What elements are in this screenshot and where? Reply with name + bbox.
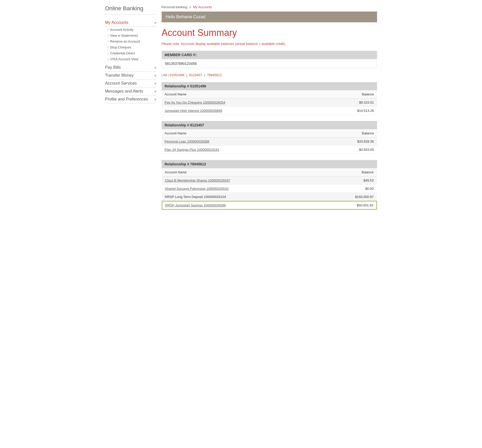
col-balance-78945612: Balance <box>322 168 377 176</box>
sidebar-pay-bills-chevron: » <box>154 65 156 69</box>
sidebar-item-rename-account[interactable]: • Rename an Account <box>105 38 156 44</box>
account-name-cell: Jumpstart High Interest 100000026666 <box>162 107 322 115</box>
breadcrumb-personal-banking: Personal banking <box>162 5 187 9</box>
col-account-name-78945612: Account Name <box>162 168 322 176</box>
accounts-table-78945612: Account Name Balance Class B Membership … <box>162 168 377 210</box>
filter-all-text: | All | <box>162 73 170 77</box>
account-name-cell: Pay As You Go Chequing 100000026054 <box>162 98 322 107</box>
table-row: Personal Loan 100000026088 $20,628.30 <box>162 137 377 146</box>
sidebar-item-visa-account-view[interactable]: • VISA Account View <box>105 56 156 62</box>
breadcrumb-separator: » <box>189 5 191 9</box>
breadcrumb-my-accounts-link[interactable]: My Accounts <box>193 5 212 9</box>
filter-sep-1: | <box>186 73 188 77</box>
account-name-cell: RRSP Long Term Deposit 100000026104 <box>162 193 322 201</box>
sidebar-my-accounts-label: My Accounts <box>105 20 129 25</box>
account-name-cell: Personal Loan 100000026088 <box>162 137 318 146</box>
highlighted-table-row: RRSP Jumpstart Savings 100000026096 $50,… <box>162 201 377 210</box>
sidebar-messages-alerts-label: Messages and Alerts <box>105 89 143 94</box>
table-row: Pay As You Go Chequing 100000026054 $9,3… <box>162 98 377 107</box>
sidebar-profile-preferences-label: Profile and Preferences <box>105 97 148 102</box>
sidebar-item-credential-direct[interactable]: • Credential Direct <box>105 50 156 56</box>
bullet-icon: • <box>108 52 109 55</box>
table-row: Class B Membership Shares 100000026047 $… <box>162 176 377 185</box>
filter-8123457[interactable]: 8123457 <box>189 73 202 77</box>
account-name-cell: Class B Membership Shares 100000026047 <box>162 176 322 185</box>
visa-account-view-link[interactable]: VISA Account View <box>110 57 138 61</box>
sidebar-item-stop-cheques[interactable]: • Stop Cheques <box>105 44 156 50</box>
account-link[interactable]: Class B Membership Shares 100000026047 <box>165 178 230 182</box>
table-row: Shared Success Patronage 100000026542 $0… <box>162 185 377 193</box>
account-name-cell: RRSP Jumpstart Savings 100000026096 <box>162 201 322 210</box>
sidebar-transfer-money-label: Transfer Money <box>105 73 134 78</box>
sidebar-messages-alerts[interactable]: Messages and Alerts » <box>105 87 156 95</box>
filter-51051499[interactable]: 51051499 <box>170 73 184 77</box>
col-balance-51051499: Balance <box>322 90 377 98</box>
sidebar-my-accounts-header[interactable]: My Accounts » <box>105 19 156 27</box>
account-link[interactable]: Personal Loan 100000026088 <box>165 140 209 143</box>
table-row: RRSP Long Term Deposit 100000026104 $160… <box>162 193 377 201</box>
sidebar-title: Online Banking <box>105 5 156 15</box>
view-estatements-link[interactable]: View e-Statements <box>110 34 138 37</box>
highlighted-account-link[interactable]: RRSP Jumpstart Savings 100000026096 <box>165 203 226 207</box>
accounts-table-8123457: Account Name Balance Personal Loan 10000… <box>162 129 377 154</box>
sidebar-my-accounts-chevron: » <box>154 21 156 25</box>
sidebar: Online Banking My Accounts » • Account A… <box>105 5 162 216</box>
sidebar-transfer-money-chevron: » <box>154 73 156 77</box>
hello-bar: Hello Bethanie Cozad <box>162 12 377 22</box>
rename-account-link[interactable]: Rename an Account <box>110 39 140 43</box>
col-account-name-8123457: Account Name <box>162 129 318 137</box>
bullet-icon: • <box>108 34 109 37</box>
account-note: Please note: Accounts display available … <box>162 42 377 46</box>
account-link[interactable]: Pay As You Go Chequing 100000026054 <box>165 101 225 104</box>
account-name-cell: Plan 24 Savings Plus 100000010241 <box>162 146 318 154</box>
breadcrumb: Personal banking » My Accounts <box>162 5 377 9</box>
sidebar-profile-preferences-chevron: » <box>154 97 156 101</box>
account-link[interactable]: Jumpstart High Interest 100000026666 <box>165 109 222 113</box>
bullet-icon: • <box>108 28 109 31</box>
col-balance-8123457: Balance <box>318 129 377 137</box>
page-title: Account Summary <box>162 27 377 38</box>
account-link[interactable]: Shared Success Patronage 100000026542 <box>165 187 229 191</box>
relationship-51051499-header: Relationship # 51051499 <box>162 82 377 90</box>
sidebar-pay-bills[interactable]: Pay Bills » <box>105 64 156 72</box>
sidebar-profile-preferences[interactable]: Profile and Preferences » <box>105 95 156 103</box>
balance-cell: $9,315.51 <box>322 98 377 107</box>
sidebar-my-accounts-subitems: • Account Activity • View e-Statements •… <box>105 27 156 62</box>
col-account-name-51051499: Account Name <box>162 90 322 98</box>
member-card-section: MEMBER CARD ®: 5813537890123456 <box>162 51 377 68</box>
sidebar-transfer-money[interactable]: Transfer Money » <box>105 72 156 79</box>
member-card-header: MEMBER CARD ®: <box>162 51 377 59</box>
balance-cell: $50,001.92 <box>322 201 377 210</box>
filter-78945612[interactable]: 78945612 <box>207 73 222 77</box>
sidebar-account-services-label: Account Services <box>105 81 137 86</box>
filter-sep-2: | <box>204 73 206 77</box>
sidebar-messages-alerts-chevron: » <box>154 89 156 93</box>
sidebar-section-my-accounts: My Accounts » • Account Activity • View … <box>105 19 156 62</box>
hello-bar-text: Hello Bethanie Cozad <box>166 15 205 19</box>
relationship-8123457: Relationship # 8123457 Account Name Bala… <box>162 121 377 154</box>
relationship-78945612: Relationship # 78945612 Account Name Bal… <box>162 160 377 210</box>
bullet-icon: • <box>108 58 109 61</box>
credential-direct-link[interactable]: Credential Direct <box>110 51 135 55</box>
table-row: Plan 24 Savings Plus 100000010241 $4,503… <box>162 146 377 154</box>
member-card-value: 5813537890123456 <box>162 59 377 68</box>
balance-cell: $49.53 <box>322 176 377 185</box>
account-activity-link[interactable]: Account Activity <box>110 28 133 32</box>
account-link[interactable]: Plan 24 Savings Plus 100000010241 <box>165 148 219 152</box>
relationship-8123457-header: Relationship # 8123457 <box>162 121 377 129</box>
sidebar-account-services-chevron: » <box>154 81 156 85</box>
sidebar-item-account-activity[interactable]: • Account Activity <box>105 27 156 33</box>
stop-cheques-link[interactable]: Stop Cheques <box>110 45 131 49</box>
sidebar-item-view-estatements[interactable]: • View e-Statements <box>105 33 156 38</box>
bullet-icon: • <box>108 40 109 43</box>
sidebar-pay-bills-label: Pay Bills <box>105 65 121 70</box>
sidebar-account-services[interactable]: Account Services » <box>105 79 156 87</box>
balance-cell: $0.00 <box>322 185 377 193</box>
main-content: Personal banking » My Accounts Hello Bet… <box>162 5 377 216</box>
balance-cell: $160,000.97 <box>322 193 377 201</box>
accounts-table-51051499: Account Name Balance Pay As You Go Chequ… <box>162 90 377 115</box>
table-row: Jumpstart High Interest 100000026666 $14… <box>162 107 377 115</box>
balance-cell: $20,628.30 <box>318 137 377 146</box>
balance-cell: $14,513.26 <box>322 107 377 115</box>
relationship-78945612-header: Relationship # 78945612 <box>162 160 377 168</box>
